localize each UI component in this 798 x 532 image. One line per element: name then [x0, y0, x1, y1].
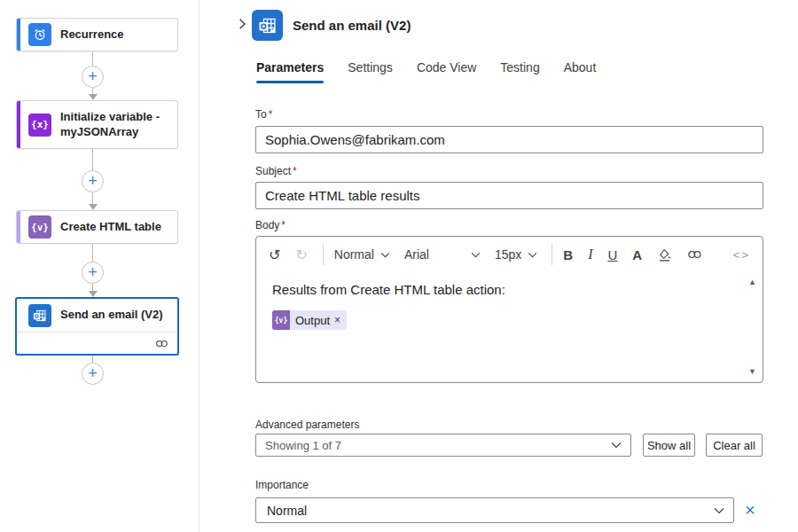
- insert-step-button[interactable]: +: [82, 363, 104, 385]
- node-label: Initialize variable - myJSONArray: [60, 110, 177, 140]
- body-label: Body*: [255, 219, 286, 231]
- code-view-toggle-icon[interactable]: <>: [733, 248, 750, 262]
- flow-canvas: Recurrence + {x} Initialize variable - m…: [0, 0, 200, 532]
- required-marker: *: [281, 219, 286, 231]
- show-all-button[interactable]: Show all: [643, 434, 695, 457]
- connector-arrow: [89, 291, 98, 297]
- highlight-color-icon[interactable]: [657, 247, 672, 262]
- action-details-panel: Send an email (V2) Parameters Settings C…: [200, 0, 798, 532]
- insert-step-button[interactable]: +: [82, 170, 104, 192]
- undo-icon[interactable]: ↺: [269, 246, 280, 263]
- required-marker: *: [293, 165, 297, 177]
- editor-toolbar: ↺ ↻ Normal Arial: [256, 237, 763, 272]
- required-marker: *: [269, 108, 273, 121]
- toolbar-divider: [552, 244, 552, 265]
- flow-node-create-html-table[interactable]: {v} Create HTML table: [16, 210, 178, 244]
- connector-line: [92, 356, 93, 363]
- importance-dropdown[interactable]: Normal: [255, 497, 734, 523]
- node-accent-bar: [17, 101, 20, 148]
- remove-token-icon[interactable]: ×: [334, 314, 340, 326]
- to-input[interactable]: Sophia.Owens@fabrikam.com: [255, 126, 763, 153]
- chevron-down-icon: [380, 252, 390, 258]
- advanced-parameters-label: Advanced parameters: [255, 419, 359, 431]
- insert-step-button[interactable]: +: [82, 262, 104, 284]
- insert-step-button[interactable]: +: [82, 66, 104, 88]
- panel-tabs: Parameters Settings Code View Testing Ab…: [256, 55, 620, 83]
- insert-link-icon[interactable]: [687, 250, 703, 259]
- scroll-down-arrow[interactable]: ▼: [748, 367, 756, 376]
- advanced-parameters-dropdown[interactable]: Showing 1 of 7: [255, 434, 631, 457]
- chevron-down-icon: [471, 252, 481, 258]
- data-operation-icon: {v}: [28, 215, 51, 239]
- flow-node-send-email[interactable]: Send an email (V2): [15, 297, 179, 356]
- subject-input[interactable]: Create HTML table results: [255, 182, 763, 209]
- node-label: Send an email (V2): [60, 308, 168, 323]
- importance-label: Importance: [255, 479, 309, 491]
- font-family-select[interactable]: Arial: [404, 247, 481, 262]
- collapse-panel-chevron-icon[interactable]: [236, 18, 252, 34]
- outlook-icon: [252, 10, 283, 41]
- paragraph-style-select[interactable]: Normal: [334, 247, 390, 262]
- node-accent-bar: [17, 211, 20, 243]
- body-rich-text-editor[interactable]: ↺ ↻ Normal Arial: [255, 236, 763, 383]
- outlook-icon: [28, 304, 51, 327]
- chevron-down-icon: [528, 252, 537, 258]
- clear-all-button[interactable]: Clear all: [706, 434, 763, 457]
- parameters-form: To* Sophia.Owens@fabrikam.com Subject* C…: [255, 101, 763, 532]
- clear-importance-icon[interactable]: ×: [745, 501, 755, 519]
- node-label: Recurrence: [60, 27, 129, 43]
- dynamic-content-token[interactable]: {v} Output ×: [272, 310, 347, 330]
- tab-parameters[interactable]: Parameters: [256, 55, 324, 83]
- font-color-button[interactable]: A: [632, 247, 642, 262]
- node-label: Create HTML table: [60, 220, 167, 235]
- chevron-down-icon: [611, 442, 622, 449]
- chevron-down-icon: [714, 507, 724, 514]
- tab-about[interactable]: About: [564, 55, 597, 83]
- scroll-up-arrow[interactable]: ▲: [748, 278, 756, 286]
- tab-code-view[interactable]: Code View: [417, 55, 476, 83]
- redo-icon[interactable]: ↻: [295, 246, 307, 263]
- data-operation-icon: {v}: [272, 310, 290, 330]
- flow-node-initialize-variable[interactable]: {x} Initialize variable - myJSONArray: [16, 100, 178, 149]
- italic-button[interactable]: I: [588, 246, 592, 262]
- recurrence-clock-icon: [28, 23, 51, 46]
- subject-label: Subject*: [255, 165, 297, 177]
- connection-link-icon[interactable]: [155, 340, 169, 348]
- underline-button[interactable]: U: [607, 247, 617, 262]
- font-size-select[interactable]: 15px: [495, 247, 537, 262]
- bold-button[interactable]: B: [563, 247, 573, 262]
- connector-arrow: [89, 204, 98, 210]
- tab-settings[interactable]: Settings: [348, 55, 393, 83]
- node-accent-bar: [17, 19, 20, 51]
- body-content[interactable]: Results from Create HTML table action: {…: [256, 272, 763, 330]
- flow-node-recurrence[interactable]: Recurrence: [16, 18, 178, 51]
- power-automate-designer: Recurrence + {x} Initialize variable - m…: [0, 0, 798, 532]
- variable-icon: {x}: [28, 113, 51, 137]
- panel-title: Send an email (V2): [293, 18, 411, 33]
- tab-testing[interactable]: Testing: [500, 55, 539, 83]
- toolbar-divider: [323, 244, 324, 265]
- connector-arrow: [89, 94, 98, 100]
- to-label: To*: [255, 108, 272, 121]
- body-text-line: Results from Create HTML table action:: [272, 282, 736, 297]
